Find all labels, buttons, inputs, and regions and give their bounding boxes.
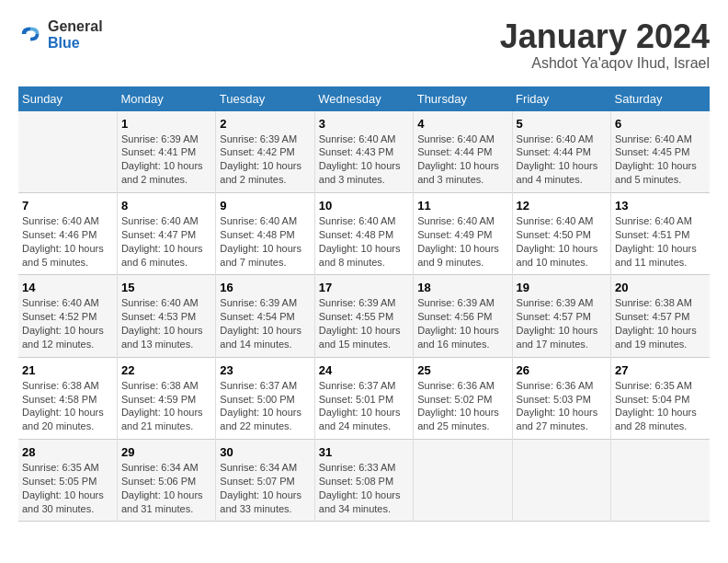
cell-info: Sunrise: 6:40 AM Sunset: 4:48 PM Dayligh… <box>319 214 409 269</box>
day-number: 7 <box>22 199 113 213</box>
weekday-header: Sunday <box>18 86 117 111</box>
logo-icon <box>18 22 44 48</box>
weekday-header: Tuesday <box>216 86 314 111</box>
day-number: 27 <box>615 363 706 377</box>
cell-info: Sunrise: 6:39 AM Sunset: 4:41 PM Dayligh… <box>121 132 211 187</box>
calendar-cell <box>18 111 117 193</box>
weekday-header: Monday <box>117 86 215 111</box>
cell-info: Sunrise: 6:40 AM Sunset: 4:45 PM Dayligh… <box>615 132 706 187</box>
calendar-cell: 7Sunrise: 6:40 AM Sunset: 4:46 PM Daylig… <box>18 192 117 274</box>
calendar-cell: 8Sunrise: 6:40 AM Sunset: 4:47 PM Daylig… <box>117 192 215 274</box>
weekday-header: Saturday <box>611 86 710 111</box>
logo-text: General Blue <box>48 18 103 51</box>
day-number: 12 <box>517 199 607 213</box>
calendar-week-row: 28Sunrise: 6:35 AM Sunset: 5:05 PM Dayli… <box>18 440 710 522</box>
cell-info: Sunrise: 6:39 AM Sunset: 4:57 PM Dayligh… <box>517 296 607 350</box>
calendar-cell: 10Sunrise: 6:40 AM Sunset: 4:48 PM Dayli… <box>314 192 413 274</box>
day-number: 31 <box>319 445 409 459</box>
calendar-cell: 6Sunrise: 6:40 AM Sunset: 4:45 PM Daylig… <box>611 111 710 193</box>
calendar-cell: 12Sunrise: 6:40 AM Sunset: 4:50 PM Dayli… <box>512 192 610 274</box>
calendar-cell: 13Sunrise: 6:40 AM Sunset: 4:51 PM Dayli… <box>611 192 710 274</box>
logo: General Blue <box>18 18 103 51</box>
day-number: 8 <box>121 199 211 213</box>
calendar-cell: 24Sunrise: 6:37 AM Sunset: 5:01 PM Dayli… <box>314 357 413 439</box>
weekday-header: Thursday <box>414 86 512 111</box>
cell-info: Sunrise: 6:40 AM Sunset: 4:43 PM Dayligh… <box>319 132 409 187</box>
cell-info: Sunrise: 6:33 AM Sunset: 5:08 PM Dayligh… <box>319 461 409 515</box>
calendar-cell <box>512 440 610 522</box>
cell-info: Sunrise: 6:40 AM Sunset: 4:47 PM Dayligh… <box>121 214 211 269</box>
calendar-cell: 29Sunrise: 6:34 AM Sunset: 5:06 PM Dayli… <box>117 440 215 522</box>
cell-info: Sunrise: 6:40 AM Sunset: 4:44 PM Dayligh… <box>417 132 507 187</box>
day-number: 26 <box>517 363 607 377</box>
day-number: 20 <box>615 281 706 294</box>
day-number: 13 <box>615 199 706 213</box>
day-number: 5 <box>517 117 607 131</box>
cell-info: Sunrise: 6:40 AM Sunset: 4:53 PM Dayligh… <box>121 296 211 350</box>
calendar-cell <box>414 440 512 522</box>
calendar-cell: 17Sunrise: 6:39 AM Sunset: 4:55 PM Dayli… <box>314 275 413 357</box>
cell-info: Sunrise: 6:40 AM Sunset: 4:52 PM Dayligh… <box>22 296 113 350</box>
calendar-week-row: 7Sunrise: 6:40 AM Sunset: 4:46 PM Daylig… <box>18 192 710 274</box>
day-number: 11 <box>417 199 507 213</box>
logo-general-text: General <box>48 18 103 35</box>
calendar-cell: 19Sunrise: 6:39 AM Sunset: 4:57 PM Dayli… <box>512 275 610 357</box>
page-header: General Blue January 2024 Ashdot Ya'aqov… <box>18 18 710 72</box>
calendar-cell: 5Sunrise: 6:40 AM Sunset: 4:44 PM Daylig… <box>512 111 610 193</box>
calendar-cell: 21Sunrise: 6:38 AM Sunset: 4:58 PM Dayli… <box>18 357 117 439</box>
day-number: 9 <box>220 199 310 213</box>
cell-info: Sunrise: 6:40 AM Sunset: 4:50 PM Dayligh… <box>517 214 607 269</box>
header-row: SundayMondayTuesdayWednesdayThursdayFrid… <box>18 86 710 111</box>
cell-info: Sunrise: 6:35 AM Sunset: 5:05 PM Dayligh… <box>22 461 113 515</box>
cell-info: Sunrise: 6:38 AM Sunset: 4:58 PM Dayligh… <box>22 379 113 433</box>
day-number: 15 <box>121 281 211 294</box>
calendar-cell: 3Sunrise: 6:40 AM Sunset: 4:43 PM Daylig… <box>314 111 413 193</box>
day-number: 23 <box>220 363 310 377</box>
calendar-cell: 20Sunrise: 6:38 AM Sunset: 4:57 PM Dayli… <box>611 275 710 357</box>
calendar-table: SundayMondayTuesdayWednesdayThursdayFrid… <box>18 86 710 523</box>
day-number: 6 <box>615 117 706 131</box>
calendar-cell: 9Sunrise: 6:40 AM Sunset: 4:48 PM Daylig… <box>216 192 314 274</box>
day-number: 1 <box>121 117 211 131</box>
cell-info: Sunrise: 6:34 AM Sunset: 5:07 PM Dayligh… <box>220 461 310 515</box>
cell-info: Sunrise: 6:38 AM Sunset: 4:59 PM Dayligh… <box>121 379 211 433</box>
day-number: 10 <box>319 199 409 213</box>
day-number: 3 <box>319 117 409 131</box>
calendar-header: SundayMondayTuesdayWednesdayThursdayFrid… <box>18 86 710 111</box>
day-number: 17 <box>319 281 409 294</box>
day-number: 21 <box>22 363 113 377</box>
day-number: 18 <box>417 281 507 294</box>
calendar-cell: 11Sunrise: 6:40 AM Sunset: 4:49 PM Dayli… <box>414 192 512 274</box>
day-number: 29 <box>121 445 211 459</box>
calendar-cell: 25Sunrise: 6:36 AM Sunset: 5:02 PM Dayli… <box>414 357 512 439</box>
calendar-title: January 2024 <box>500 18 710 55</box>
cell-info: Sunrise: 6:36 AM Sunset: 5:02 PM Dayligh… <box>417 379 507 433</box>
cell-info: Sunrise: 6:38 AM Sunset: 4:57 PM Dayligh… <box>615 296 706 350</box>
cell-info: Sunrise: 6:37 AM Sunset: 5:00 PM Dayligh… <box>220 379 310 433</box>
calendar-cell: 4Sunrise: 6:40 AM Sunset: 4:44 PM Daylig… <box>414 111 512 193</box>
day-number: 2 <box>220 117 310 131</box>
cell-info: Sunrise: 6:39 AM Sunset: 4:54 PM Dayligh… <box>220 296 310 350</box>
cell-info: Sunrise: 6:35 AM Sunset: 5:04 PM Dayligh… <box>615 379 706 433</box>
weekday-header: Wednesday <box>314 86 413 111</box>
day-number: 22 <box>121 363 211 377</box>
cell-info: Sunrise: 6:40 AM Sunset: 4:44 PM Dayligh… <box>517 132 607 187</box>
calendar-week-row: 1Sunrise: 6:39 AM Sunset: 4:41 PM Daylig… <box>18 111 710 193</box>
cell-info: Sunrise: 6:34 AM Sunset: 5:06 PM Dayligh… <box>121 461 211 515</box>
day-number: 14 <box>22 281 113 294</box>
day-number: 19 <box>517 281 607 294</box>
cell-info: Sunrise: 6:36 AM Sunset: 5:03 PM Dayligh… <box>517 379 607 433</box>
day-number: 16 <box>220 281 310 294</box>
calendar-cell: 26Sunrise: 6:36 AM Sunset: 5:03 PM Dayli… <box>512 357 610 439</box>
calendar-cell: 15Sunrise: 6:40 AM Sunset: 4:53 PM Dayli… <box>117 275 215 357</box>
calendar-cell: 2Sunrise: 6:39 AM Sunset: 4:42 PM Daylig… <box>216 111 314 193</box>
calendar-cell: 16Sunrise: 6:39 AM Sunset: 4:54 PM Dayli… <box>216 275 314 357</box>
cell-info: Sunrise: 6:40 AM Sunset: 4:49 PM Dayligh… <box>417 214 507 269</box>
cell-info: Sunrise: 6:39 AM Sunset: 4:42 PM Dayligh… <box>220 132 310 187</box>
day-number: 24 <box>319 363 409 377</box>
cell-info: Sunrise: 6:40 AM Sunset: 4:46 PM Dayligh… <box>22 214 113 269</box>
calendar-cell: 18Sunrise: 6:39 AM Sunset: 4:56 PM Dayli… <box>414 275 512 357</box>
calendar-cell: 14Sunrise: 6:40 AM Sunset: 4:52 PM Dayli… <box>18 275 117 357</box>
calendar-cell <box>611 440 710 522</box>
cell-info: Sunrise: 6:39 AM Sunset: 4:56 PM Dayligh… <box>417 296 507 350</box>
